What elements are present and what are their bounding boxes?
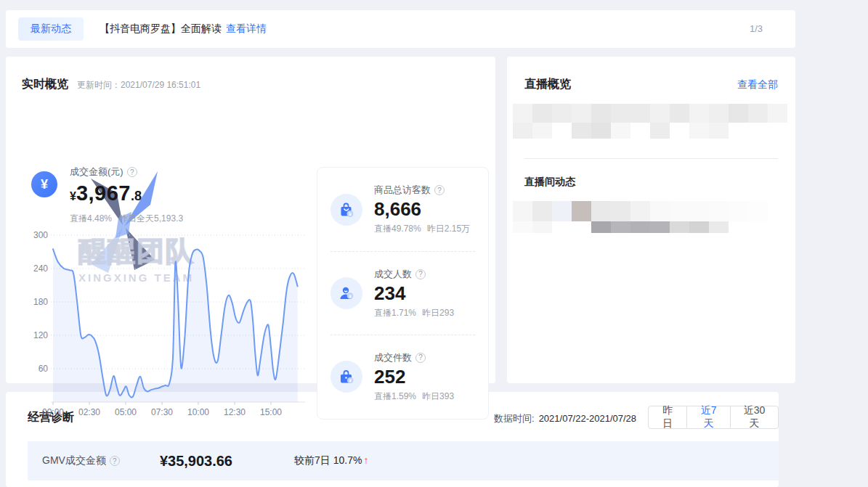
live-overview-panel: 直播概览 查看全部 直播间动态 <box>507 57 795 383</box>
update-time: 更新时间：2021/07/29 16:51:01 <box>77 79 200 91</box>
range-button-yesterday[interactable]: 昨日 <box>648 406 687 429</box>
stat-value: 234 <box>374 282 454 304</box>
stat-row-buyers: ¥ 成交人数? 234 直播1.71%昨日293 <box>330 251 475 335</box>
stat-row-items: ¥ 成交件数? 252 直播1.59%昨日393 <box>330 335 475 418</box>
svg-text:¥: ¥ <box>349 294 352 299</box>
svg-text:60: 60 <box>38 364 49 374</box>
svg-text:02:30: 02:30 <box>78 407 100 417</box>
range-button-7days[interactable]: 近7天 <box>687 406 731 429</box>
news-pagination: 1/3 <box>750 23 763 34</box>
help-icon[interactable]: ? <box>415 353 426 363</box>
bag-yen-icon: ¥ <box>330 361 362 393</box>
gmv-value: ¥35,903.66 <box>160 453 232 470</box>
svg-text:¥: ¥ <box>349 378 352 383</box>
yen-circle-icon: ¥ <box>31 171 57 197</box>
svg-text:240: 240 <box>33 263 48 274</box>
gmv-realtime-metric: 成交金额(元) ? ¥3,967.8 直播4.48%昨日全天5,193.3 <box>70 165 183 225</box>
stat-value: 252 <box>374 366 454 388</box>
help-icon[interactable]: ? <box>434 185 445 195</box>
gmv-label: GMV成交金额 <box>42 454 106 467</box>
help-icon[interactable]: ? <box>415 269 426 279</box>
date-range-switcher: 昨日 近7天 近30天 <box>648 406 779 429</box>
news-headline: 【抖音电商罗盘】全面解读 <box>100 22 222 36</box>
svg-text:300: 300 <box>33 230 48 240</box>
svg-text:00:00: 00:00 <box>42 407 64 417</box>
news-badge: 最新动态 <box>18 17 84 41</box>
stat-sub: 直播1.59%昨日393 <box>374 390 454 403</box>
view-all-link[interactable]: 查看全部 <box>737 78 778 91</box>
view-details-link[interactable]: 查看详情 <box>226 22 267 36</box>
stat-label: 商品总访客数 <box>374 184 431 197</box>
up-arrow-icon: ↑ <box>363 454 368 466</box>
metric-value: ¥3,967.8 <box>70 181 183 208</box>
stat-sub: 直播1.71%昨日293 <box>374 307 454 319</box>
help-icon[interactable]: ? <box>127 167 137 177</box>
svg-text:05:00: 05:00 <box>115 407 137 417</box>
stat-card: 商品总访客数? 8,666 直播49.78%昨日2.15万 ¥ 成交人数? 23… <box>317 167 489 420</box>
stat-label: 成交人数 <box>374 268 412 281</box>
metric-sub: 直播4.48%昨日全天5,193.3 <box>70 213 183 225</box>
gmv-diagnosis-row: GMV成交金额 ? ¥35,903.66 较前7日 10.7%↑ <box>28 441 779 480</box>
svg-text:120: 120 <box>33 330 48 340</box>
bag-visitor-icon <box>330 194 362 226</box>
svg-text:07:30: 07:30 <box>151 407 173 417</box>
range-button-30days[interactable]: 近30天 <box>731 406 779 429</box>
svg-text:10:00: 10:00 <box>187 407 209 417</box>
stat-sub: 直播49.78%昨日2.15万 <box>374 223 470 235</box>
live-dynamics-title: 直播间动态 <box>524 176 575 189</box>
redacted-live-dynamics <box>513 201 787 233</box>
realtime-title: 实时概览 <box>22 77 68 92</box>
news-bar: 最新动态 【抖音电商罗盘】全面解读 查看详情 1/3 <box>6 10 795 48</box>
svg-text:12:30: 12:30 <box>224 407 246 417</box>
gmv-delta: 较前7日 10.7%↑ <box>294 454 368 467</box>
realtime-overview-panel: 实时概览 更新时间：2021/07/29 16:51:01 醒醒团队 XINGX… <box>6 57 495 383</box>
help-icon[interactable]: ? <box>110 456 120 466</box>
stat-value: 8,666 <box>374 198 470 220</box>
data-time: 数据时间:2021/07/22-2021/07/28 <box>494 412 636 425</box>
redacted-live-metrics <box>513 104 787 139</box>
stat-label: 成交件数 <box>374 351 412 364</box>
metric-label: 成交金额(元) <box>70 165 123 179</box>
divider <box>524 158 778 159</box>
stat-row-visitors: 商品总访客数? 8,666 直播49.78%昨日2.15万 <box>330 168 475 251</box>
svg-text:180: 180 <box>33 297 48 307</box>
gmv-trend-line-chart: 6012018024030000:0002:3005:0007:3010:001… <box>20 228 318 418</box>
live-overview-title: 直播概览 <box>524 77 571 92</box>
person-yen-icon: ¥ <box>330 277 362 309</box>
svg-text:15:00: 15:00 <box>260 407 282 417</box>
